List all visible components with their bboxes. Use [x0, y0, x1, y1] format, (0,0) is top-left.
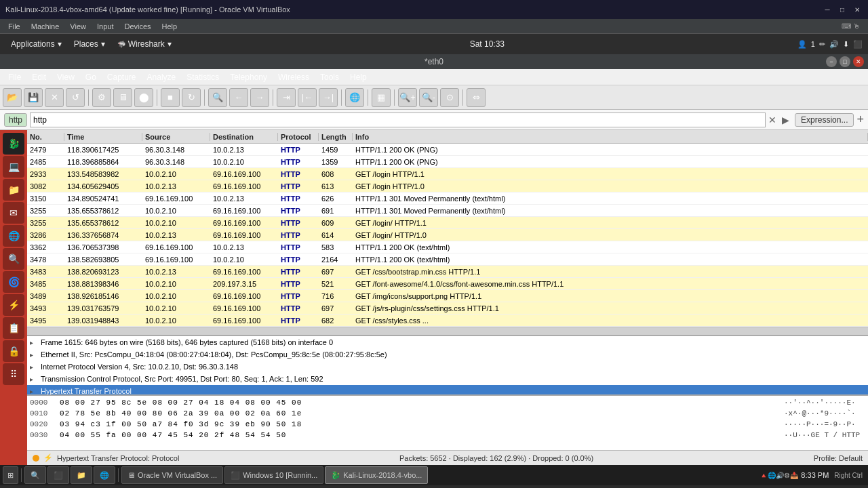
vm-menu-input[interactable]: Input — [92, 19, 119, 33]
toolbar-coloring-btn[interactable]: ▦ — [372, 88, 391, 107]
toolbar-goto-btn[interactable]: ⇥ — [277, 88, 296, 107]
sidebar-icon-files[interactable]: 📁 — [3, 179, 24, 201]
sidebar-icon-burp[interactable]: 🌀 — [3, 271, 24, 293]
ws-menu-view[interactable]: View — [52, 71, 80, 83]
toolbar-restart-btn[interactable]: ↻ — [182, 88, 201, 107]
table-row[interactable]: 2479 118.390617425 96.30.3.148 10.0.2.13… — [27, 144, 868, 156]
toolbar-stop-btn[interactable]: ■ — [161, 88, 180, 107]
eth0-min-btn[interactable]: − — [826, 56, 837, 67]
toolbar-close-btn[interactable]: ✕ — [45, 88, 64, 107]
maximize-button[interactable]: □ — [837, 4, 848, 15]
sidebar-icon-search[interactable]: 🔍 — [3, 248, 24, 270]
cell-len: 614 — [319, 231, 353, 239]
ws-menu-wireless[interactable]: Wireless — [273, 71, 315, 83]
toolbar-open-btn[interactable]: 📂 — [3, 88, 22, 107]
applications-menu[interactable]: Applications ▾ — [5, 38, 67, 50]
table-row[interactable]: 3150 134.890524741 69.16.169.100 10.0.2.… — [27, 192, 868, 205]
table-row[interactable]: 3362 136.706537398 69.16.169.100 10.0.2.… — [27, 241, 868, 253]
filter-clear-btn[interactable]: ✕ — [768, 115, 776, 125]
minimize-button[interactable]: ─ — [822, 4, 833, 15]
table-row[interactable]: 2933 133.548583982 10.0.2.10 69.16.169.1… — [27, 168, 868, 180]
sidebar-icon-notes[interactable]: 📋 — [3, 317, 24, 339]
ws-menu-go[interactable]: Go — [80, 71, 102, 83]
toolbar-prefs-btn[interactable]: ⚙ — [92, 88, 111, 107]
sidebar-icon-lock[interactable]: 🔒 — [3, 340, 24, 362]
table-row[interactable]: 3485 138.881398346 10.0.2.10 209.197.3.1… — [27, 278, 868, 290]
sidebar-icon-apps[interactable]: ⠿ — [3, 363, 24, 385]
detail-row[interactable]: ▸Hypertext Transfer Protocol — [27, 385, 868, 396]
toolbar-search-btn[interactable]: 🔍 — [208, 88, 227, 107]
detail-row[interactable]: ▸Frame 1615: 646 bytes on wire (5168 bit… — [27, 336, 868, 348]
detail-row[interactable]: ▸Internet Protocol Version 4, Src: 10.0.… — [27, 361, 868, 373]
ws-menu-file[interactable]: File — [3, 71, 26, 83]
toolbar-reload-btn[interactable]: ↺ — [66, 88, 85, 107]
table-row[interactable]: 3286 136.337656874 10.0.2.13 69.16.169.1… — [27, 229, 868, 241]
sidebar-icon-kali[interactable]: 🐉 — [3, 133, 24, 155]
filter-apply-btn[interactable]: ▶ — [779, 115, 792, 125]
table-row[interactable]: 3489 138.926185146 10.0.2.10 69.16.169.1… — [27, 290, 868, 302]
toolbar-zoom-out-btn[interactable]: 🔍- — [419, 88, 438, 107]
toolbar-save-btn[interactable]: 💾 — [24, 88, 43, 107]
start-button[interactable]: ⊞ — [3, 466, 18, 484]
taskbar-search[interactable]: 🔍 — [24, 466, 46, 484]
cell-src: 10.0.2.10 — [142, 317, 210, 325]
kali-tray-icon1[interactable]: 👤 — [797, 40, 807, 49]
taskbar-app2[interactable]: ⬛ Windows 10 [Runnin... — [224, 466, 323, 484]
toolbar-zoom-normal-btn[interactable]: ⊙ — [440, 88, 459, 107]
eth0-max-btn[interactable]: □ — [840, 56, 850, 67]
places-menu[interactable]: Places ▾ — [68, 38, 111, 50]
ws-menu-capture[interactable]: Capture — [102, 71, 142, 83]
table-row[interactable]: 3495 139.031948843 10.0.2.10 69.16.169.1… — [27, 314, 868, 327]
detail-row[interactable]: ▸Transmission Control Protocol, Src Port… — [27, 373, 868, 385]
kali-tray-icon3[interactable]: 🔊 — [829, 40, 839, 49]
taskbar-edge[interactable]: 🌐 — [94, 466, 115, 484]
sidebar-icon-terminal[interactable]: 💻 — [3, 156, 24, 178]
vm-menu-machine[interactable]: Machine — [26, 19, 65, 33]
sidebar-icon-email[interactable]: ✉ — [3, 202, 24, 224]
table-row[interactable]: 3478 138.582693805 69.16.169.100 10.0.2.… — [27, 253, 868, 266]
table-row[interactable]: 3493 139.031763579 10.0.2.10 69.16.169.1… — [27, 302, 868, 314]
filter-expr-btn[interactable]: Expression... — [795, 113, 854, 127]
toolbar-first-btn[interactable]: |← — [298, 88, 317, 107]
horizontal-scrollbar[interactable] — [27, 327, 868, 335]
taskbar-explorer[interactable]: 📁 — [71, 466, 92, 484]
taskbar-app3[interactable]: 🐉 Kali-Linux-2018.4-vbo... — [325, 466, 428, 484]
toolbar-iface-btn[interactable]: 🖥 — [113, 88, 132, 107]
table-row[interactable]: 3483 138.820693123 10.0.2.13 69.16.169.1… — [27, 266, 868, 278]
toolbar-zoom-in-btn[interactable]: 🔍+ — [398, 88, 417, 107]
table-row[interactable]: 3255 135.655378612 10.0.2.10 69.16.169.1… — [27, 217, 868, 229]
vm-menu-devices[interactable]: Devices — [119, 19, 156, 33]
vm-menu-help[interactable]: Help — [157, 19, 183, 33]
sidebar-icon-browser[interactable]: 🌐 — [3, 225, 24, 247]
ws-menu-telephony[interactable]: Telephony — [224, 71, 273, 83]
table-row[interactable]: 3082 134.605629405 10.0.2.13 69.16.169.1… — [27, 180, 868, 192]
toolbar-next-btn[interactable]: → — [250, 88, 269, 107]
cell-len: 682 — [319, 317, 353, 325]
ws-menu-statistics[interactable]: Statistics — [181, 71, 224, 83]
toolbar-resize-btn[interactable]: ⇔ — [467, 88, 486, 107]
ws-menu-edit[interactable]: Edit — [26, 71, 52, 83]
kali-tray-icon4[interactable]: ⬇ — [843, 40, 849, 49]
filter-input[interactable] — [30, 113, 766, 127]
ws-menu-help[interactable]: Help — [344, 71, 372, 83]
toolbar-last-btn[interactable]: →| — [319, 88, 338, 107]
vm-menu-file[interactable]: File — [3, 19, 26, 33]
toolbar-network-btn[interactable]: 🌐 — [345, 88, 364, 107]
kali-tray-icon2[interactable]: ✏ — [819, 40, 825, 49]
detail-row[interactable]: ▸Ethernet II, Src: PcsCompu_04:18:04 (08… — [27, 348, 868, 361]
toolbar-capture-btn[interactable]: ⬤ — [134, 88, 153, 107]
table-row[interactable]: 2485 118.396885864 96.30.3.148 10.0.2.10… — [27, 156, 868, 168]
sidebar-icon-metasploit[interactable]: ⚡ — [3, 294, 24, 316]
taskbar-task-view[interactable]: ⬛ — [47, 466, 69, 484]
eth0-close-btn[interactable]: ✕ — [853, 56, 864, 67]
close-button[interactable]: ✕ — [852, 4, 863, 15]
ws-menu-tools[interactable]: Tools — [315, 71, 344, 83]
wireshark-menu[interactable]: 🦈 Wireshark ▾ — [112, 38, 177, 50]
ws-menu-analyze[interactable]: Analyze — [142, 71, 182, 83]
kali-tray-icon5[interactable]: ⬛ — [853, 40, 863, 49]
vm-menu-view[interactable]: View — [64, 19, 92, 33]
filter-plus-btn[interactable]: + — [856, 113, 864, 127]
taskbar-app1[interactable]: 🖥 Oracle VM VirtualBox ... — [121, 466, 223, 484]
toolbar-prev-btn[interactable]: ← — [229, 88, 248, 107]
table-row[interactable]: 3255 135.655378612 10.0.2.10 69.16.169.1… — [27, 205, 868, 217]
